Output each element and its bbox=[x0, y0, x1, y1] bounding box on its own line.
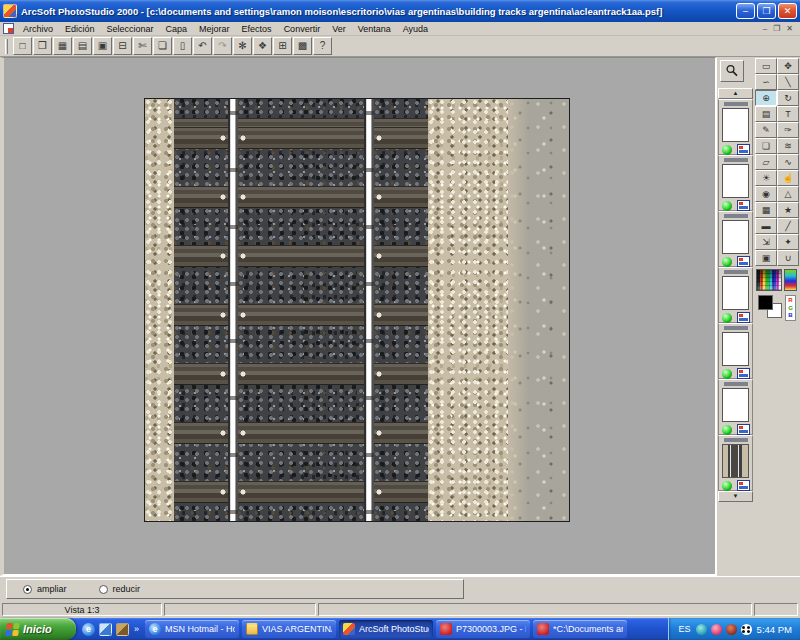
tray-av-icon[interactable] bbox=[726, 624, 737, 635]
menu-capa[interactable]: Capa bbox=[160, 23, 194, 35]
pen-tool[interactable]: ✎ bbox=[755, 122, 777, 138]
curve-tool[interactable]: ∿ bbox=[777, 154, 799, 170]
print-button[interactable]: ⊟ bbox=[113, 37, 132, 55]
show-desktop-icon[interactable] bbox=[116, 623, 129, 636]
menu-efectos[interactable]: Efectos bbox=[236, 23, 278, 35]
eraser-tool[interactable]: ▱ bbox=[755, 154, 777, 170]
clock[interactable]: 5:44 PM bbox=[757, 624, 792, 635]
layer-properties-icon[interactable] bbox=[737, 256, 750, 267]
move-tool[interactable]: ✥ bbox=[777, 58, 799, 74]
layers-scroll-down-button[interactable]: ▼ bbox=[718, 491, 753, 502]
image-canvas[interactable] bbox=[144, 98, 570, 522]
restore-button[interactable]: ❐ bbox=[757, 3, 776, 19]
select-rectangle-tool[interactable]: ▭ bbox=[755, 58, 777, 74]
layer-item-4[interactable] bbox=[718, 267, 753, 323]
tray-msgr-icon[interactable] bbox=[711, 624, 722, 635]
layer-properties-icon[interactable] bbox=[737, 424, 750, 435]
menu-ver[interactable]: Ver bbox=[326, 23, 352, 35]
taskbar-button-2[interactable]: VIAS ARGENTINAS bbox=[242, 620, 336, 638]
rotate-tool[interactable]: ↻ bbox=[777, 90, 799, 106]
tray-lang-icon[interactable] bbox=[696, 624, 707, 635]
layer-visible-indicator[interactable] bbox=[722, 425, 732, 435]
radio-reducir[interactable]: reducir bbox=[99, 584, 141, 594]
makeover-button[interactable]: ❖ bbox=[253, 37, 272, 55]
redo-button[interactable]: ↷ bbox=[213, 37, 232, 55]
transform-tool[interactable]: ⇲ bbox=[755, 234, 777, 250]
color-swatch-grid[interactable] bbox=[756, 269, 782, 291]
paintbrush-tool[interactable]: ✑ bbox=[777, 122, 799, 138]
overflow-chevron-icon[interactable]: » bbox=[133, 624, 139, 634]
freehand-select-tool[interactable]: ∽ bbox=[755, 74, 777, 90]
taskbar-button-4[interactable]: P7300003.JPG - Irfan... bbox=[436, 620, 530, 638]
menu-archivo[interactable]: Archivo bbox=[17, 23, 59, 35]
fill-tool[interactable]: ∪ bbox=[777, 250, 799, 266]
cut-button[interactable]: ✄ bbox=[133, 37, 152, 55]
child-restore-button[interactable]: ❐ bbox=[773, 24, 780, 34]
layer-visible-indicator[interactable] bbox=[722, 369, 732, 379]
save-button[interactable]: ▤ bbox=[73, 37, 92, 55]
screen-show-button[interactable]: ⊞ bbox=[273, 37, 292, 55]
text-tool[interactable]: T bbox=[777, 106, 799, 122]
pattern-tool[interactable]: ▦ bbox=[755, 202, 777, 218]
stamp-tool[interactable]: ▤ bbox=[755, 106, 777, 122]
menu-edición[interactable]: Edición bbox=[59, 23, 101, 35]
taskbar-button-1[interactable]: eMSN Hotmail - Hoy - ... bbox=[145, 620, 239, 638]
acquire-button[interactable]: ▣ bbox=[93, 37, 112, 55]
taskbar-button-5[interactable]: *C:\Documents and S... bbox=[533, 620, 627, 638]
internet-explorer-icon[interactable]: e bbox=[82, 623, 95, 636]
layer-properties-icon[interactable] bbox=[737, 200, 750, 211]
eyedropper-tool[interactable]: ✦ bbox=[777, 234, 799, 250]
layer-visible-indicator[interactable] bbox=[722, 257, 732, 267]
layer-item-5[interactable] bbox=[718, 323, 753, 379]
close-button[interactable]: ✕ bbox=[778, 3, 797, 19]
layer-thumbnail[interactable] bbox=[722, 444, 749, 478]
brightness-tool[interactable]: ☀ bbox=[755, 170, 777, 186]
radio-ampliar-control[interactable] bbox=[23, 585, 32, 594]
layer-thumbnail[interactable] bbox=[722, 108, 749, 142]
sharpen-tool[interactable]: △ bbox=[777, 186, 799, 202]
clone-tool[interactable]: ❏ bbox=[755, 138, 777, 154]
radio-reducir-control[interactable] bbox=[99, 585, 108, 594]
radio-ampliar[interactable]: ampliar bbox=[23, 584, 67, 594]
child-minimize-button[interactable]: – bbox=[763, 24, 767, 34]
open-button[interactable]: ❒ bbox=[33, 37, 52, 55]
layer-item-2[interactable] bbox=[718, 155, 753, 211]
effects-tool[interactable]: ★ bbox=[777, 202, 799, 218]
browse-album-button[interactable]: ▦ bbox=[53, 37, 72, 55]
child-close-button[interactable]: ✕ bbox=[786, 24, 793, 34]
help-button[interactable]: ? bbox=[313, 37, 332, 55]
blur-tool[interactable]: ◉ bbox=[755, 186, 777, 202]
magic-wand-tool[interactable]: ╲ bbox=[777, 74, 799, 90]
layer-properties-icon[interactable] bbox=[737, 368, 750, 379]
minimize-button[interactable]: – bbox=[736, 3, 755, 19]
gradient-strip[interactable] bbox=[784, 269, 797, 291]
layer-item-3[interactable] bbox=[718, 211, 753, 267]
toolbar-grip[interactable] bbox=[5, 39, 8, 54]
line-tool[interactable]: ╱ bbox=[777, 218, 799, 234]
menu-ventana[interactable]: Ventana bbox=[352, 23, 397, 35]
layer-thumbnail[interactable] bbox=[722, 164, 749, 198]
layer-item-7[interactable] bbox=[718, 435, 753, 491]
foreground-color-swatch[interactable] bbox=[758, 295, 773, 310]
menu-ayuda[interactable]: Ayuda bbox=[397, 23, 434, 35]
layer-visible-indicator[interactable] bbox=[722, 481, 732, 491]
layer-thumbnail[interactable] bbox=[722, 276, 749, 310]
undo-button[interactable]: ↶ bbox=[193, 37, 212, 55]
new-button[interactable]: □ bbox=[13, 37, 32, 55]
tools-button[interactable]: ✻ bbox=[233, 37, 252, 55]
paste-button[interactable]: ▯ bbox=[173, 37, 192, 55]
menu-mejorar[interactable]: Mejorar bbox=[193, 23, 236, 35]
tray-panda-icon[interactable] bbox=[741, 624, 752, 635]
layer-visible-indicator[interactable] bbox=[722, 201, 732, 211]
menu-convertir[interactable]: Convertir bbox=[278, 23, 327, 35]
capture-button[interactable]: ▩ bbox=[293, 37, 312, 55]
menu-seleccionar[interactable]: Seleccionar bbox=[101, 23, 160, 35]
copy-button[interactable]: ❏ bbox=[153, 37, 172, 55]
crop-tool[interactable]: ▣ bbox=[755, 250, 777, 266]
airbrush-tool[interactable]: ≋ bbox=[777, 138, 799, 154]
smudge-tool[interactable]: ☝ bbox=[777, 170, 799, 186]
layer-properties-icon[interactable] bbox=[737, 312, 750, 323]
layer-thumbnail[interactable] bbox=[722, 220, 749, 254]
layer-properties-icon[interactable] bbox=[737, 480, 750, 491]
zoom-tool[interactable]: ⊕ bbox=[755, 90, 777, 106]
